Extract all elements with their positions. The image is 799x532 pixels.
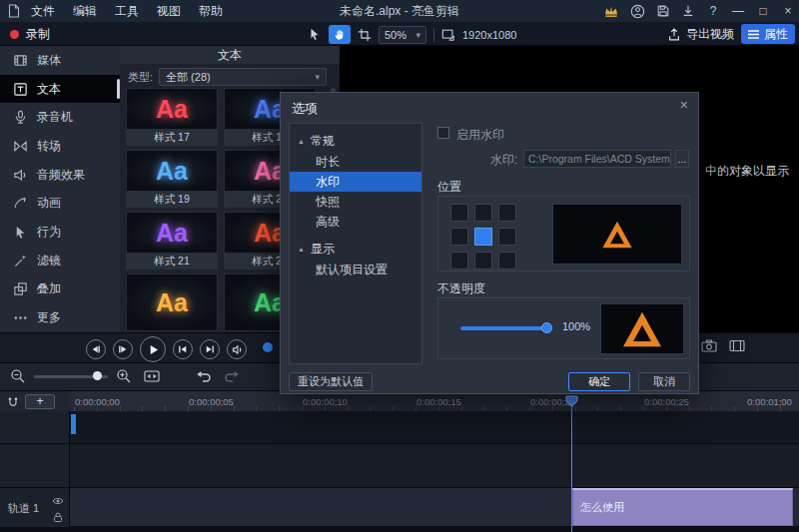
redo-icon[interactable] xyxy=(224,368,240,384)
menu-edit[interactable]: 编辑 xyxy=(64,3,106,20)
sidebar-item-more[interactable]: 更多 xyxy=(0,303,120,332)
close-icon[interactable]: × xyxy=(680,97,688,113)
nav-group-display[interactable]: ▲ 显示 xyxy=(290,238,421,260)
film-strip-icon[interactable] xyxy=(729,339,745,352)
sidebar-item-audio-effects[interactable]: 音频效果 xyxy=(0,161,120,190)
position-cell[interactable] xyxy=(450,252,468,269)
sidebar-item-recorder[interactable]: 录音机 xyxy=(0,103,120,132)
sidebar-item-transitions[interactable]: 转场 xyxy=(0,132,120,161)
zoom-out-icon[interactable] xyxy=(10,368,26,384)
account-icon[interactable] xyxy=(630,4,645,19)
position-cell-selected[interactable] xyxy=(474,228,492,246)
sidebar-item-filters[interactable]: 滤镜 xyxy=(0,247,120,275)
type-select[interactable]: 全部 (28) ▾ xyxy=(159,68,327,86)
ok-button[interactable]: 确定 xyxy=(568,372,630,391)
properties-button[interactable]: 属性 xyxy=(741,24,795,44)
timeline-zoom-handle[interactable] xyxy=(93,371,102,380)
sidebar-item-overlay[interactable]: 叠加 xyxy=(0,275,120,304)
cancel-button[interactable]: 取消 xyxy=(638,372,690,391)
window-title: 未命名.alpx - 亮鱼剪辑 xyxy=(340,0,459,22)
browse-button[interactable]: ... xyxy=(675,150,689,168)
text-style-card[interactable]: Aa xyxy=(126,273,218,331)
minimize-button[interactable]: — xyxy=(731,4,745,18)
snapshot-camera-icon[interactable] xyxy=(701,339,717,352)
record-button[interactable]: 录制 xyxy=(10,25,50,44)
timeline-clip[interactable]: 怎么使用 xyxy=(572,488,793,526)
maximize-button[interactable]: □ xyxy=(756,4,770,18)
menu-view[interactable]: 视图 xyxy=(148,3,190,20)
text-style-card[interactable]: Aa 样式 17 xyxy=(126,88,218,146)
nav-item-default-project-settings[interactable]: 默认项目设置 xyxy=(290,260,421,279)
position-cell[interactable] xyxy=(450,204,468,222)
add-track-button[interactable]: + xyxy=(25,394,55,409)
zoom-in-icon[interactable] xyxy=(116,368,132,384)
position-cell[interactable] xyxy=(450,228,468,246)
track-lane[interactable] xyxy=(70,411,799,443)
text-style-card[interactable]: Aa 样式 21 xyxy=(126,212,218,269)
zoom-select[interactable]: 50% ▾ xyxy=(379,26,426,44)
eye-icon[interactable] xyxy=(52,495,64,507)
watermark-path-input[interactable]: C:\Program Files\ACD Systems\ACDSee Lux xyxy=(523,150,671,168)
menu-tools[interactable]: 工具 xyxy=(106,3,148,20)
nav-group-general[interactable]: ▲ 常规 xyxy=(290,130,421,152)
layers-icon xyxy=(13,281,28,296)
mute-button[interactable] xyxy=(227,339,247,359)
download-icon[interactable] xyxy=(681,4,695,18)
dialog-title: 选项 xyxy=(292,100,318,118)
fit-timeline-icon[interactable] xyxy=(144,369,160,383)
play-button[interactable] xyxy=(140,336,166,362)
go-to-start-button[interactable] xyxy=(173,339,193,359)
enable-watermark-checkbox[interactable] xyxy=(437,127,449,139)
playhead-marker[interactable] xyxy=(565,395,578,407)
frame-forward-button[interactable] xyxy=(113,339,133,359)
timeline-marker[interactable] xyxy=(71,414,76,434)
magnet-icon[interactable] xyxy=(7,395,19,408)
nav-item-advanced[interactable]: 高级 xyxy=(290,212,421,232)
nav-item-snapshot[interactable]: 快照 xyxy=(290,192,421,212)
position-label: 位置 xyxy=(437,179,461,196)
track-lane[interactable] xyxy=(70,444,799,487)
crown-icon[interactable] xyxy=(603,4,619,18)
sidebar-item-media[interactable]: 媒体 xyxy=(0,46,120,75)
position-cell[interactable] xyxy=(498,204,516,222)
canvas-size-icon[interactable] xyxy=(441,28,455,42)
export-video-button[interactable]: 导出视频 xyxy=(667,25,734,44)
undo-icon[interactable] xyxy=(196,368,212,384)
position-cell[interactable] xyxy=(498,252,516,269)
opacity-value: 100% xyxy=(562,320,590,332)
ruler-timestamp: 0:00:00;25 xyxy=(644,396,689,407)
sidebar-item-label: 行为 xyxy=(37,224,61,241)
ruler-timestamp: 0:00:01;00 xyxy=(747,396,792,407)
position-cell[interactable] xyxy=(498,228,516,246)
opacity-preview xyxy=(600,303,684,354)
select-tool-icon[interactable] xyxy=(308,27,322,42)
frame-back-button[interactable] xyxy=(86,339,106,359)
position-preview xyxy=(552,204,682,265)
crop-tool-icon[interactable] xyxy=(358,28,372,42)
close-button[interactable]: × xyxy=(781,4,795,18)
opacity-slider[interactable] xyxy=(460,326,548,330)
opacity-slider-handle[interactable] xyxy=(541,322,552,333)
position-groupbox xyxy=(437,196,690,271)
sidebar-item-text[interactable]: 文本 xyxy=(0,75,120,104)
text-style-preview: Aa xyxy=(126,150,218,192)
sidebar-item-behaviors[interactable]: 行为 xyxy=(0,218,120,247)
lock-icon[interactable] xyxy=(52,511,64,523)
reset-defaults-button[interactable]: 重设为默认值 xyxy=(289,372,373,391)
nav-item-duration[interactable]: 时长 xyxy=(290,152,421,172)
go-to-end-button[interactable] xyxy=(200,339,220,359)
seek-slider-handle[interactable] xyxy=(263,342,273,352)
help-icon[interactable]: ? xyxy=(706,4,720,18)
position-cell[interactable] xyxy=(474,204,492,222)
sidebar: 媒体 文本 录音机 转场 音频效果 动画 行为 滤镜 xyxy=(0,46,120,332)
menu-help[interactable]: 帮助 xyxy=(190,3,232,20)
save-icon[interactable] xyxy=(656,4,670,18)
playhead-line[interactable] xyxy=(571,395,572,532)
text-style-card[interactable]: Aa 样式 19 xyxy=(126,150,218,208)
nav-item-watermark[interactable]: 水印 xyxy=(290,172,421,192)
options-nav: ▲ 常规 时长 水印 快照 高级 ▲ 显示 默认项目设置 xyxy=(289,123,422,364)
menu-file[interactable]: 文件 xyxy=(22,3,64,20)
hand-tool-button[interactable] xyxy=(329,25,351,44)
position-cell[interactable] xyxy=(474,252,492,269)
sidebar-item-animation[interactable]: 动画 xyxy=(0,190,120,219)
